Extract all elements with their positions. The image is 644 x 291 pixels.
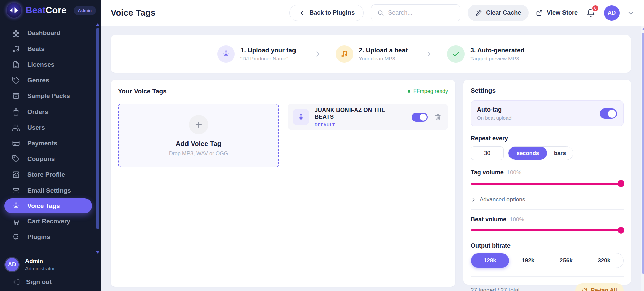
top-bar: Voice Tags Back to Plugins Clear Cache V… — [101, 0, 644, 26]
repeat-every-label: Repeat every — [471, 135, 624, 142]
ffmpeg-status-label: FFmpeg ready — [413, 88, 448, 94]
ffmpeg-status: FFmpeg ready — [408, 88, 448, 94]
beat-volume-slider[interactable] — [471, 227, 624, 234]
divider — [471, 276, 624, 277]
clear-cache-label: Clear Cache — [486, 9, 521, 16]
tag-icon — [12, 76, 20, 84]
unit-option-seconds[interactable]: seconds — [508, 147, 547, 160]
profile-name: Admin — [25, 258, 55, 265]
page-scrollbar-thumb[interactable] — [642, 33, 644, 274]
sidebar-item-label: Plugins — [27, 233, 50, 241]
step-title: 1. Upload your tag — [240, 47, 296, 54]
slider-thumb[interactable] — [618, 227, 624, 234]
repeat-unit-segment: seconds bars — [508, 146, 573, 160]
scroll-down-arrow-icon[interactable] — [96, 251, 99, 254]
sidebar-item-beats[interactable]: Beats — [0, 41, 101, 57]
tag-volume-value: 100% — [507, 169, 521, 176]
sidebar-item-label: Licenses — [27, 61, 54, 68]
credit-card-icon — [12, 139, 20, 147]
chevron-left-icon — [299, 10, 305, 16]
sidebar-item-label: Store Profile — [27, 171, 65, 178]
settings-title: Settings — [471, 87, 624, 94]
chevron-down-icon[interactable] — [627, 9, 634, 17]
unit-option-bars[interactable]: bars — [547, 147, 573, 160]
search-input[interactable] — [388, 9, 445, 16]
microphone-icon — [217, 45, 235, 63]
auto-tag-label: Auto-tag — [477, 106, 512, 113]
profile-role: Administrator — [25, 266, 55, 271]
bitrate-option-192k[interactable]: 192k — [509, 253, 547, 268]
step-title: 3. Auto-generated — [470, 47, 524, 54]
search-icon — [377, 10, 384, 16]
page-scrollbar[interactable] — [641, 26, 644, 291]
sidebar-item-orders[interactable]: Orders — [0, 104, 101, 120]
log-out-icon — [13, 278, 20, 286]
tools-icon — [475, 10, 482, 16]
advanced-options-toggle[interactable]: Advanced options — [471, 196, 624, 203]
box-icon — [12, 92, 20, 100]
search-box[interactable] — [371, 4, 460, 21]
sidebar-scrollbar[interactable] — [95, 22, 100, 254]
clear-cache-button[interactable]: Clear Cache — [468, 5, 529, 21]
sidebar-item-sample-packs[interactable]: Sample Packs — [0, 88, 101, 104]
sidebar-item-label: Genres — [27, 77, 49, 84]
sidebar-item-store-profile[interactable]: Store Profile — [0, 167, 101, 183]
chevron-right-icon — [471, 197, 476, 202]
bitrate-option-256k[interactable]: 256k — [547, 253, 585, 268]
auto-tag-card: Auto-tag On beat upload — [471, 100, 624, 126]
dropzone-title: Add Voice Tag — [176, 140, 221, 148]
sign-out-button[interactable]: Sign out — [0, 274, 101, 291]
header-avatar[interactable]: AD — [604, 5, 620, 21]
sidebar: BeatCore Admin Dashboard Beats Licenses … — [0, 0, 101, 291]
default-badge: DEFAULT — [315, 123, 406, 127]
sidebar-item-users[interactable]: Users — [0, 120, 101, 135]
bitrate-option-128k[interactable]: 128k — [471, 253, 509, 268]
sidebar-item-label: Coupons — [27, 155, 55, 163]
sidebar-item-genres[interactable]: Genres — [0, 72, 101, 88]
tagged-stats: 27 tagged / 27 total — [471, 287, 520, 291]
puzzle-icon — [12, 233, 20, 241]
back-to-plugins-button[interactable]: Back to Plugins — [289, 5, 364, 21]
dropzone-subtitle: Drop MP3, WAV or OGG — [169, 151, 228, 157]
view-store-link[interactable]: View Store — [536, 9, 578, 16]
envelope-icon — [12, 187, 20, 195]
notifications-button[interactable]: 6 — [585, 6, 597, 19]
shopping-bag-icon — [12, 108, 20, 116]
page-content: 1. Upload your tag "DJ Producer Name" 2.… — [101, 26, 644, 291]
arrow-right-icon — [423, 50, 432, 58]
trash-icon[interactable] — [434, 114, 441, 121]
retag-all-button[interactable]: Re-tag All — [575, 283, 624, 291]
sidebar-item-cart-recovery[interactable]: Cart Recovery — [0, 213, 101, 229]
refresh-icon — [582, 288, 587, 291]
scroll-up-arrow-icon[interactable] — [642, 28, 644, 30]
sidebar-item-payments[interactable]: Payments — [0, 135, 101, 151]
sidebar-item-plugins[interactable]: Plugins — [0, 229, 101, 245]
voice-tag-toggle[interactable] — [412, 113, 428, 122]
sidebar-item-voice-tags[interactable]: Voice Tags — [4, 198, 92, 213]
auto-tag-sublabel: On beat upload — [477, 115, 512, 121]
auto-tag-toggle[interactable] — [600, 108, 617, 119]
back-to-plugins-label: Back to Plugins — [309, 9, 355, 16]
sidebar-item-licenses[interactable]: Licenses — [0, 57, 101, 72]
brand-header: BeatCore Admin — [0, 0, 101, 21]
tag-volume-slider[interactable] — [471, 180, 624, 187]
add-voice-tag-dropzone[interactable]: Add Voice Tag Drop MP3, WAV or OGG — [118, 104, 279, 167]
sidebar-item-dashboard[interactable]: Dashboard — [0, 25, 101, 41]
step-upload-beat: 2. Upload a beat Your clean MP3 — [336, 45, 408, 63]
sidebar-scrollbar-thumb[interactable] — [96, 28, 99, 229]
sidebar-profile[interactable]: AD Admin Administrator — [0, 253, 101, 274]
voice-tags-panel: Your Voice Tags FFmpeg ready Add Voice T… — [111, 80, 455, 287]
repeat-interval-input[interactable] — [471, 146, 504, 160]
sidebar-item-coupons[interactable]: Coupons — [0, 151, 101, 167]
tag-volume-label: Tag volume — [471, 169, 504, 176]
avatar: AD — [4, 257, 20, 272]
slider-thumb[interactable] — [618, 180, 624, 187]
plus-icon — [189, 115, 208, 134]
cart-icon — [12, 217, 20, 225]
sidebar-item-email-settings[interactable]: Email Settings — [0, 183, 101, 198]
step-subtitle: "DJ Producer Name" — [240, 56, 296, 62]
brand-name: BeatCore — [25, 5, 66, 16]
bitrate-option-320k[interactable]: 320k — [585, 253, 624, 268]
toggle-knob — [420, 114, 427, 121]
scroll-up-arrow-icon[interactable] — [96, 23, 99, 26]
